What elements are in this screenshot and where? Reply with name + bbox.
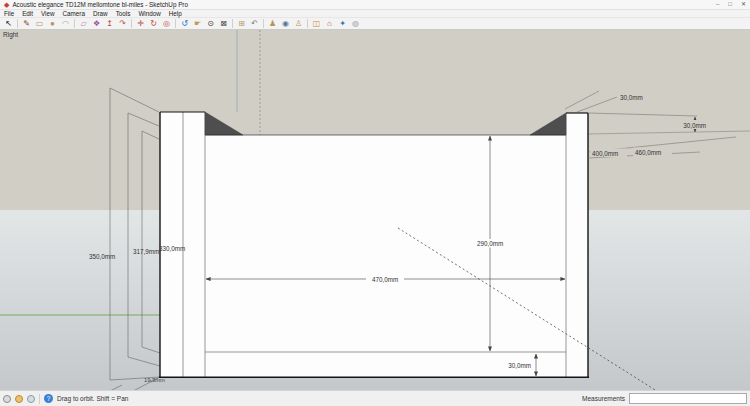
dim-right-wall: 30,0mm [683, 122, 706, 129]
warehouse-tool-button[interactable]: ⌂ [323, 18, 336, 30]
zoom-tool-button[interactable]: ⊙ [204, 18, 217, 30]
dim-left-c: 330,0mm [159, 245, 185, 252]
close-icon[interactable]: ✕ [741, 0, 746, 9]
move-tool-button[interactable]: ✛ [134, 18, 147, 30]
menu-item-file[interactable]: File [0, 10, 18, 18]
status-separator [39, 394, 40, 404]
dim-top-wall: 30,0mm [620, 94, 643, 101]
sketchup-window: ◆ Acoustic elegance TD12M mellomtone bl-… [0, 0, 750, 406]
minimize-icon[interactable]: – [716, 0, 719, 9]
rectangle-tool-button[interactable]: ▭ [33, 18, 46, 30]
status-claim-icon[interactable] [15, 395, 23, 403]
view-orientation-label: Right [3, 31, 18, 38]
title-bar: ◆ Acoustic elegance TD12M mellomtone bl-… [0, 0, 750, 10]
status-geolocate-icon[interactable] [3, 395, 11, 403]
toolbar-separator [131, 19, 132, 28]
push-pull-tool-button[interactable]: ↥ [103, 18, 116, 30]
measurements-label: Measurements [582, 395, 625, 402]
menu-item-draw[interactable]: Draw [89, 10, 112, 18]
box-face [160, 112, 588, 377]
toolbar: ↖✎▭●◠▱❖↥↷✛↻◎↺☛⊙⊠⊞↶♟◉♙◫⌂✦◍ [0, 18, 750, 30]
dim-bottom-thickness: 30,0mm [508, 362, 531, 369]
paint-bucket-tool-button[interactable]: ❖ [90, 18, 103, 30]
menu-item-camera[interactable]: Camera [59, 10, 89, 18]
help-icon[interactable]: ? [44, 394, 53, 403]
window-title: Acoustic elegance TD12M mellomtone bl-mi… [12, 1, 188, 8]
select-tool-button[interactable]: ↖ [2, 18, 15, 30]
menu-item-view[interactable]: View [37, 10, 59, 18]
offset-tool-button[interactable]: ◎ [160, 18, 173, 30]
maximize-icon[interactable]: □ [728, 0, 732, 9]
toolbar-separator [307, 19, 308, 28]
eraser-tool-button[interactable]: ▱ [77, 18, 90, 30]
circle-tool-button[interactable]: ● [46, 18, 59, 30]
look-around-tool-button[interactable]: ◉ [279, 18, 292, 30]
toolbar-separator [74, 19, 75, 28]
toolbar-separator [232, 19, 233, 28]
line-tool-button[interactable]: ✎ [20, 18, 33, 30]
walk-tool-button[interactable]: ♙ [292, 18, 305, 30]
model-info-tool-button[interactable]: ◍ [349, 18, 362, 30]
toolbar-separator [263, 19, 264, 28]
viewport[interactable]: 290,0mm 470,0mm 30,0mm 30,0mm 30,0mm [0, 30, 750, 390]
toolbar-separator [175, 19, 176, 28]
dim-left-b: 317,9mm [133, 248, 159, 255]
status-hint-text: Drag to orbit. Shift = Pan [57, 395, 128, 402]
dim-left-a: 350,0mm [89, 253, 115, 260]
dim-bottom-left: 19,3mm [144, 377, 165, 383]
sketchup-logo-icon: ◆ [4, 0, 9, 9]
viewport-canvas[interactable]: 290,0mm 470,0mm 30,0mm 30,0mm 30,0mm [0, 30, 750, 390]
section-plane-tool-button[interactable]: ◫ [310, 18, 323, 30]
orbit-tool-button[interactable]: ↺ [178, 18, 191, 30]
dim-depth-a: 400,0mm [592, 150, 618, 157]
arc-tool-button[interactable]: ◠ [59, 18, 72, 30]
dim-depth-b: 460,0mm [635, 149, 661, 156]
zoom-window-tool-button[interactable]: ⊞ [235, 18, 248, 30]
dim-inner-width: 470,0mm [372, 276, 398, 283]
menu-item-edit[interactable]: Edit [18, 10, 37, 18]
status-bar: ? Drag to orbit. Shift = Pan Measurement… [0, 390, 750, 406]
extension-warehouse-tool-button[interactable]: ✦ [336, 18, 349, 30]
menu-item-window[interactable]: Window [134, 10, 164, 18]
previous-view-tool-button[interactable]: ↶ [248, 18, 261, 30]
measurements-input[interactable] [629, 393, 747, 404]
dim-inner-height: 290,0mm [477, 240, 503, 247]
follow-me-tool-button[interactable]: ↷ [116, 18, 129, 30]
menu-item-tools[interactable]: Tools [112, 10, 135, 18]
pan-tool-button[interactable]: ☛ [191, 18, 204, 30]
rotate-tool-button[interactable]: ↻ [147, 18, 160, 30]
menu-item-help[interactable]: Help [165, 10, 186, 18]
status-sync-icon[interactable] [27, 395, 35, 403]
zoom-extents-tool-button[interactable]: ⊠ [217, 18, 230, 30]
toolbar-separator [17, 19, 18, 28]
position-camera-tool-button[interactable]: ♟ [266, 18, 279, 30]
